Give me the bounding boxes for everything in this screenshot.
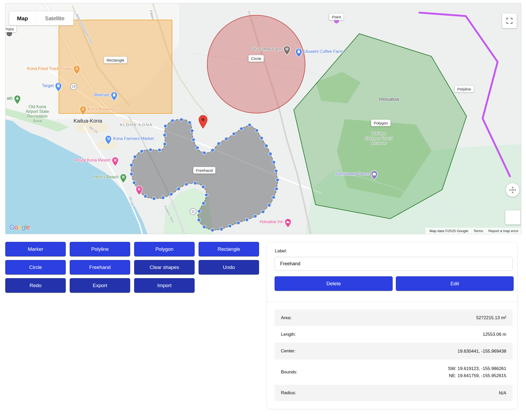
uluwehi-coffee-farm-marker[interactable] [295,48,302,59]
freehand-vertex-handle[interactable] [248,123,251,127]
honls-beach-marker[interactable] [120,174,127,184]
freehand-vertex-handle[interactable] [272,196,275,199]
redo-button[interactable]: Redo [5,278,66,293]
pan-control[interactable] [506,183,519,197]
freehand-vertex-handle[interactable] [232,132,236,136]
target-marker[interactable] [55,82,62,93]
freehand-vertex-handle[interactable] [133,181,136,184]
freehand-vertex-handle[interactable] [267,203,271,207]
royal-kona-resort-label[interactable]: Royal Kona Resort [75,158,110,163]
freehand-vertex-handle[interactable] [163,133,166,137]
target-label[interactable]: Target [42,83,54,88]
freehand-vertex-handle[interactable] [237,221,240,224]
royal-kona-resort-marker[interactable] [112,157,119,167]
freehand-vertex-handle[interactable] [211,148,214,152]
export-button[interactable]: Export [70,278,130,293]
kona-farmers-market-marker[interactable] [105,135,112,146]
freehand-vertex-handle[interactable] [217,142,220,145]
google-logo[interactable]: Google [9,223,30,231]
freehand-vertex-handle[interactable] [276,178,279,182]
fullscreen-button[interactable] [502,13,517,28]
freehand-vertex-handle[interactable] [161,196,165,199]
red-marker[interactable] [198,115,208,129]
freehand-vertex-handle[interactable] [255,129,259,132]
freehand-vertex-handle[interactable] [228,224,232,228]
freehand-vertex-handle[interactable] [185,183,188,186]
freehand-vertex-handle[interactable] [225,137,228,141]
freehand-vertex-handle[interactable] [171,119,174,122]
beach-path-label[interactable]: ath [7,96,13,101]
freehand-vertex-handle[interactable] [190,129,194,132]
import-button[interactable]: Import [134,278,195,293]
undo-button[interactable]: Undo [199,260,259,274]
holualoa-inn-marker[interactable] [285,218,291,229]
edit-button[interactable]: Edit [396,276,514,291]
freehand-vertex-handle[interactable] [130,163,133,167]
freehand-vertex-handle[interactable] [272,161,275,164]
freehand-vertex-handle[interactable] [205,193,208,197]
holualoa-inn-label[interactable]: Holualoa Inn [260,219,283,224]
freehand-vertex-handle[interactable] [202,202,205,205]
walmart-marker[interactable] [111,92,118,102]
sunshower-farms-label[interactable]: Sunshower Farms [335,172,370,176]
map-button[interactable]: Map [9,11,36,25]
freehand-vertex-handle[interactable] [265,144,268,148]
freehand-vertex-handle[interactable] [211,228,214,232]
freehand-vertex-handle[interactable] [275,187,278,191]
freehand-vertex-handle[interactable] [203,151,206,154]
sunshower-farms-marker[interactable] [371,171,378,181]
honls-beach-label[interactable]: Honl's Beach [94,175,119,179]
map-canvas[interactable]: Map Satellite [5,3,521,234]
freehand-vertex-handle[interactable] [130,172,133,176]
freehand-vertex-handle[interactable] [240,127,243,131]
freehand-vertex-handle[interactable] [261,210,265,213]
circle-button[interactable]: Circle [5,260,66,274]
rectangle-button[interactable]: Rectangle [199,242,259,256]
freehand-vertex-handle[interactable] [188,121,191,124]
freehand-vertex-handle[interactable] [144,194,147,198]
freehand-vertex-handle[interactable] [149,148,152,152]
report-map-error-link[interactable]: Report a map error [488,229,518,233]
freehand-vertex-handle[interactable] [177,187,180,191]
freehand-vertex-handle[interactable] [196,146,199,149]
circle-shape[interactable] [207,15,305,113]
label-input[interactable] [275,257,513,271]
freehand-vertex-handle[interactable] [245,218,249,222]
terms-link[interactable]: Terms [473,229,483,233]
freehand-vertex-handle[interactable] [163,142,166,146]
freehand-vertex-handle[interactable] [164,124,167,128]
freehand-vertex-handle[interactable] [198,209,201,213]
freehand-vertex-handle[interactable] [254,214,257,218]
marker-button[interactable]: Marker [5,242,66,256]
beach-path-marker[interactable] [14,95,21,106]
freehand-vertex-handle[interactable] [220,227,223,231]
polyline-button[interactable]: Polyline [70,242,130,256]
alii-drive-poi-marker[interactable] [136,186,143,196]
freehand-vertex-handle[interactable] [274,169,278,173]
freehand-button[interactable]: Freehand [70,260,130,274]
kona-farmers-market-label[interactable]: Kona Farmers Market [113,136,154,141]
clear-shapes-button[interactable]: Clear shapes [134,260,195,274]
freehand-vertex-handle[interactable] [194,182,197,185]
ulu-coffee-farm-marker[interactable] [284,46,290,56]
freehand-vertex-handle[interactable] [133,155,136,158]
satellite-button[interactable]: Satellite [36,11,73,25]
kona-brewing-co-marker[interactable] [80,106,87,116]
freehand-vertex-handle[interactable] [140,149,143,153]
walmart-label[interactable]: Walmart [94,93,109,97]
freehand-vertex-handle[interactable] [197,218,201,222]
delete-button[interactable]: Delete [275,276,393,291]
freehand-vertex-handle[interactable] [269,152,272,156]
polygon-button[interactable]: Polygon [134,242,195,256]
freehand-vertex-handle[interactable] [260,136,263,140]
kona-food-truck-friday-label[interactable]: Kona Food Truck Friday [27,66,72,71]
kona-brewing-co-label[interactable]: Kona Brewing Co [88,107,121,112]
freehand-vertex-handle[interactable] [180,118,183,121]
uluwehi-coffee-farm-label[interactable]: Uluwehi Coffee Farm [304,49,343,54]
freehand-vertex-handle[interactable] [158,148,161,152]
freehand-vertex-handle[interactable] [170,192,173,196]
kona-food-truck-friday-marker[interactable] [73,65,80,76]
freehand-vertex-handle[interactable] [152,197,156,200]
freehand-vertex-handle[interactable] [201,185,205,189]
ulu-coffee-farm-label[interactable]: Ulu Coffee Farm [251,47,282,52]
